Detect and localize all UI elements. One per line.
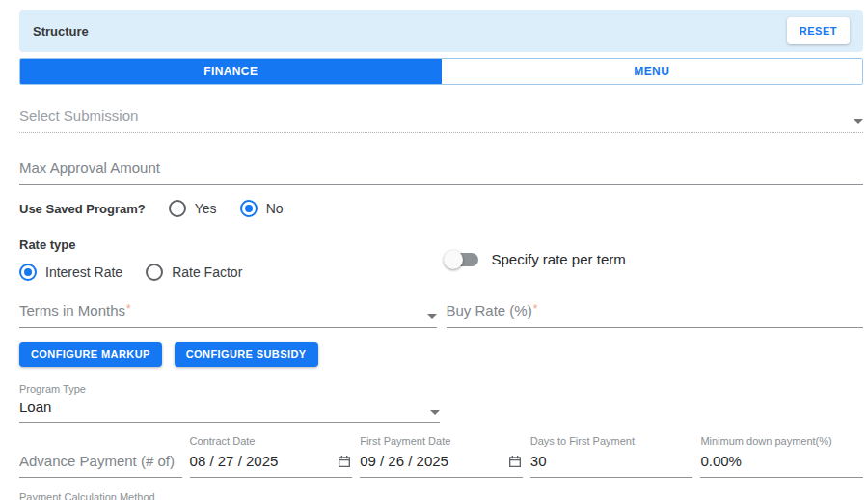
chevron-down-icon [427,314,437,319]
reset-button[interactable]: RESET [787,17,850,44]
calendar-icon[interactable] [507,454,523,469]
contract-date-label: Contract Date [190,435,353,448]
specify-rate-toggle-label: Specify rate per term [492,251,626,267]
radio-interest-rate[interactable]: Interest Rate [19,264,122,281]
rate-type-label: Rate type [19,237,438,252]
contract-date-value: 08 / 27 / 2025 [190,453,279,469]
page-title: Structure [33,24,89,39]
radio-checked-icon [240,200,258,217]
buy-rate-field[interactable]: Buy Rate (%)* [447,302,864,328]
buy-rate-placeholder: Buy Rate (%)* [447,302,538,319]
configure-buttons-row: CONFIGURE MARKUP CONFIGURE SUBSIDY [19,342,863,367]
program-type-field[interactable]: Program Type Loan [19,383,440,423]
terms-in-months-placeholder: Terms in Months* [19,302,131,319]
required-asterisk: * [126,302,131,316]
min-down-payment-field[interactable]: Minimum down payment(%) 0.00% [700,435,863,478]
min-down-payment-label: Minimum down payment(%) [700,435,863,448]
days-to-first-payment-field[interactable]: Days to First Payment 30 [530,435,693,478]
structure-header: Structure RESET [19,10,863,52]
max-approval-placeholder: Max Approval Amount [19,159,160,176]
advance-payment-field[interactable]: Advance Payment (# of) [19,435,182,478]
terms-in-months-field[interactable]: Terms in Months* [19,302,437,328]
program-type-label: Program Type [19,383,440,396]
days-to-first-payment-label: Days to First Payment [530,435,693,448]
tab-menu[interactable]: MENU [442,59,863,84]
radio-yes[interactable]: Yes [169,200,217,217]
use-saved-program-label: Use Saved Program? [19,202,146,216]
first-payment-date-value: 09 / 26 / 2025 [360,453,448,469]
radio-rate-factor[interactable]: Rate Factor [146,264,242,281]
configure-markup-button[interactable]: CONFIGURE MARKUP [19,342,162,367]
specify-rate-toggle[interactable] [446,253,478,266]
radio-no[interactable]: No [240,200,284,217]
first-payment-date-label: First Payment Date [360,435,523,448]
payment-details-row: Advance Payment (# of) Contract Date 08 … [19,435,863,478]
payment-calc-method-label: Payment Calculation Method [19,491,863,500]
payment-calc-method-field[interactable]: Payment Calculation Method Arrears [19,491,863,500]
contract-date-field[interactable]: Contract Date 08 / 27 / 2025 [190,435,353,478]
toggle-thumb [444,250,463,269]
advance-payment-placeholder: Advance Payment (# of) [19,453,175,469]
min-down-payment-value: 0.00% [700,453,742,469]
tab-bar: FINANCE MENU [19,58,863,85]
configure-subsidy-button[interactable]: CONFIGURE SUBSIDY [175,342,318,367]
radio-unchecked-icon [169,200,186,217]
tab-finance[interactable]: FINANCE [20,59,442,84]
chevron-down-icon [854,119,863,124]
radio-unchecked-icon [146,264,163,281]
select-submission-placeholder: Select Submission [19,107,138,124]
days-to-first-payment-value: 30 [530,453,547,469]
required-asterisk: * [533,302,538,316]
radio-checked-icon [19,264,37,281]
rate-type-block: Rate type Interest Rate Rate Factor Spec… [19,237,863,281]
max-approval-field[interactable]: Max Approval Amount [19,159,863,185]
terms-buyrate-row: Terms in Months* Buy Rate (%)* [19,302,863,328]
first-payment-date-field[interactable]: First Payment Date 09 / 26 / 2025 [360,435,523,478]
chevron-down-icon [430,410,440,415]
calendar-icon[interactable] [337,454,352,469]
program-type-value: Loan [19,399,51,415]
select-submission-field[interactable]: Select Submission [19,107,863,133]
structure-form: Structure RESET FINANCE MENU Select Subm… [19,0,863,500]
use-saved-program-group: Use Saved Program? Yes No [19,200,863,217]
